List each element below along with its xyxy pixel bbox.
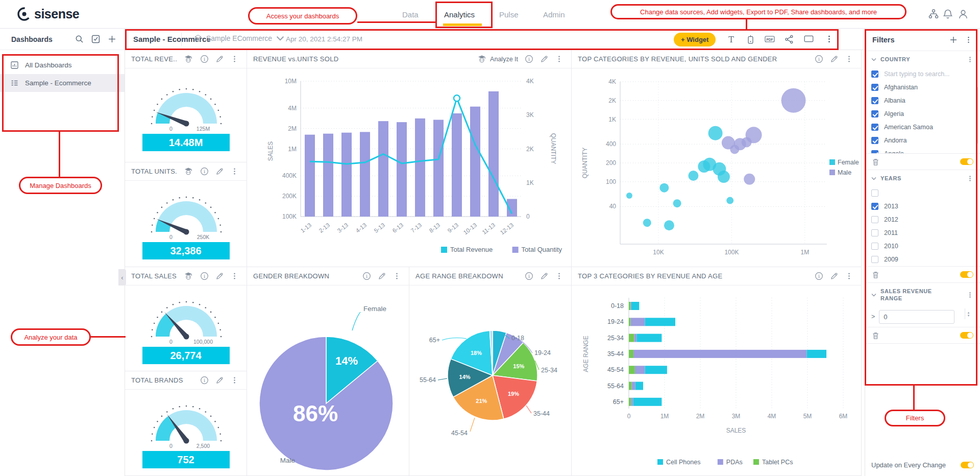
sidebar-item-all-dashboards[interactable]: All Dashboards [0,56,125,74]
years-section-kebab-icon[interactable] [967,175,974,182]
checkbox[interactable] [871,84,878,91]
info-icon[interactable]: i [362,272,371,280]
pencil-icon[interactable] [540,272,549,280]
checkbox[interactable] [871,110,878,117]
years-select-all-row[interactable] [865,186,980,200]
pdf-icon[interactable]: PDF [765,35,774,44]
analyze-it-label[interactable]: Analyze It [490,56,518,63]
trash-icon[interactable] [872,331,879,340]
checkbox[interactable] [871,150,878,153]
pencil-icon[interactable] [830,272,839,280]
info-icon[interactable]: i [525,55,533,63]
range-value-input[interactable] [879,310,954,324]
monitor-icon[interactable] [804,35,814,44]
branch-icon[interactable] [928,9,939,20]
checkbox[interactable] [871,124,878,131]
country-search-row[interactable]: Start typing to search... [865,67,980,81]
info-icon[interactable]: i [525,272,533,280]
country-item-angola[interactable]: Angola [865,147,980,153]
range-stepper[interactable]: ▴▾ [965,308,972,319]
kebab-icon[interactable] [393,272,402,280]
country-item-algeria[interactable]: Algeria [865,107,980,121]
year-item-2009[interactable]: 2009 [865,253,980,266]
info-icon[interactable]: i [815,272,823,280]
kebab-icon[interactable] [845,55,854,63]
country-item-afghanistan[interactable]: Afghanistan [865,81,980,94]
pencil-icon[interactable] [215,376,224,385]
trash-icon[interactable] [872,271,879,279]
kebab-icon[interactable] [555,55,564,63]
range-section-kebab-icon[interactable] [967,291,974,299]
pencil-icon[interactable] [215,55,224,63]
checkbox[interactable] [871,216,878,223]
tab-data[interactable]: Data [402,0,419,29]
checkbox[interactable] [871,203,878,210]
checkbox[interactable] [871,137,878,144]
datasource-selector[interactable]: Sample ECommerce [194,34,284,42]
widget-header: GENDER BREAKDOWNi [247,267,409,285]
new-dashboard-plus-icon[interactable] [108,35,116,43]
country-item-andorra[interactable]: Andorra [865,134,980,147]
kebab-icon[interactable] [231,272,239,280]
chevron-down-icon[interactable] [871,177,876,180]
annotation-change-sources: Change data sources, Add widgets, Export… [610,4,906,19]
checkbox[interactable] [871,256,878,263]
owl-icon[interactable] [183,55,193,63]
country-list-scrollbar[interactable] [976,87,978,144]
checkbox[interactable] [871,70,878,78]
info-icon[interactable]: i [200,55,209,63]
pencil-icon[interactable] [378,272,386,280]
user-icon[interactable] [958,9,969,20]
kebab-icon[interactable] [231,376,239,385]
bell-icon[interactable] [942,9,953,20]
pencil-icon[interactable] [215,167,224,176]
year-item-2013[interactable]: 2013 [865,200,980,213]
pencil-icon[interactable] [540,55,549,63]
analyze-it-owl-icon[interactable] [477,55,487,63]
tab-pulse[interactable]: Pulse [499,0,519,29]
pencil-icon[interactable] [215,272,224,280]
select-dashboards-icon[interactable] [91,35,100,43]
owl-icon[interactable] [183,167,193,176]
search-icon[interactable] [75,35,84,43]
range-section-toggle[interactable] [960,332,973,339]
text-icon[interactable]: T [726,35,736,44]
checkbox[interactable] [871,97,878,104]
sidebar-item-sample-ecommerce[interactable]: Sample - Ecommerce [0,74,125,92]
kebab-icon[interactable] [555,272,564,280]
checkbox[interactable] [871,189,878,197]
checkbox[interactable] [871,243,878,250]
sidebar-collapse-handle[interactable]: ‹ [118,269,126,285]
chevron-down-icon[interactable] [871,58,876,61]
checkbox[interactable] [871,229,878,236]
year-item-2011[interactable]: 2011 [865,226,980,240]
country-section-kebab-icon[interactable] [967,56,974,63]
add-widget-button[interactable]: + Widget [674,33,716,46]
add-filter-icon[interactable] [949,36,958,44]
device-icon[interactable] [746,35,755,44]
tab-admin[interactable]: Admin [543,0,565,29]
pencil-icon[interactable] [830,55,839,63]
info-icon[interactable]: i [200,167,209,176]
chevron-down-icon[interactable] [871,293,876,297]
kebab-icon[interactable] [231,167,239,176]
info-icon[interactable]: i [815,55,823,63]
tab-analytics[interactable]: Analytics [444,0,475,29]
kebab-icon[interactable] [825,35,835,44]
info-icon[interactable]: i [200,376,209,385]
country-item-albania[interactable]: Albania [865,94,980,107]
update-on-change-toggle[interactable] [961,462,974,468]
year-item-2010[interactable]: 2010 [865,240,980,253]
info-icon[interactable]: i [200,272,209,280]
trash-icon[interactable] [872,158,879,166]
kebab-icon[interactable] [845,272,854,280]
country-section-toggle[interactable] [960,158,973,165]
country-item-american-samoa[interactable]: American Samoa [865,121,980,134]
sisense-logo[interactable]: sisense [17,7,79,21]
years-section-toggle[interactable] [960,271,973,278]
kebab-icon[interactable] [231,55,239,63]
owl-icon[interactable] [183,272,193,280]
filters-kebab-icon[interactable] [965,36,973,44]
share-icon[interactable] [785,35,794,44]
year-item-2012[interactable]: 2012 [865,213,980,226]
